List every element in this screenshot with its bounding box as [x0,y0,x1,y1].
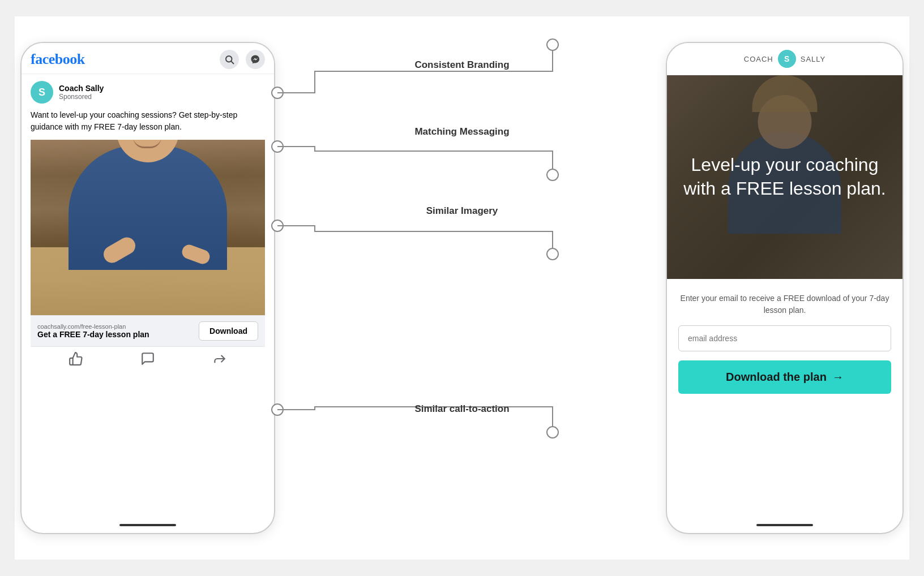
landing-hero-text: Level-up your coaching with a FREE lesso… [667,142,902,212]
svg-point-5 [547,169,558,180]
landing-body: Enter your email to receive a FREE downl… [667,279,902,517]
svg-line-1 [231,61,233,63]
search-icon[interactable] [220,50,239,69]
email-input[interactable] [678,325,891,351]
fb-post-header: S Coach Sally Sponsored [31,81,265,104]
main-container: facebook S [15,16,909,560]
messenger-icon[interactable] [246,50,265,69]
matching-messaging-label: Matching Messaging [414,126,509,137]
facebook-logo: facebook [31,51,85,68]
fb-header: facebook [22,43,274,74]
sponsored-label: Sponsored [59,93,104,101]
svg-point-7 [547,248,558,260]
fb-download-button[interactable]: Download [199,321,258,341]
comment-icon[interactable] [140,351,155,369]
similar-imagery-label: Similar Imagery [426,205,498,217]
consistent-branding-label: Consistent Branding [414,59,509,70]
coach-label: COACH [744,55,773,63]
sally-label: SALLY [801,55,826,63]
fb-post: S Coach Sally Sponsored Want to level-up… [22,74,274,517]
svg-point-3 [547,39,558,50]
coach-avatar: S [31,81,53,104]
fb-header-icons [220,50,265,69]
landing-phone-mockup: COACH S SALLY Level-up your coaching wit… [666,42,904,534]
share-icon[interactable] [212,351,227,369]
poster-name: Coach Sally [59,84,104,93]
landing-subtitle: Enter your email to receive a FREE downl… [678,293,891,316]
fb-cta-bar: coachsally.com/free-lesson-plan Get a FR… [31,315,265,346]
svg-point-9 [547,427,558,438]
home-bar [119,524,176,526]
similar-cta-label: Similar call-to-action [414,403,509,415]
landing-header: COACH S SALLY [667,43,902,75]
fb-post-meta: Coach Sally Sponsored [59,84,104,101]
fb-post-image [31,140,265,315]
fb-post-actions [31,346,265,374]
download-plan-button[interactable]: Download the plan → [678,360,891,394]
middle-labels: Consistent Branding Matching Messaging S… [414,151,509,426]
landing-home-bar [756,524,813,526]
like-icon[interactable] [69,351,83,369]
facebook-phone-mockup: facebook S [20,42,275,534]
landing-home-indicator [667,517,902,533]
fb-cta-headline: Get a FREE 7-day lesson plan [37,330,149,339]
fb-post-text: Want to level-up your coaching sessions?… [31,109,265,133]
fb-home-indicator [22,517,274,533]
fb-cta-left: coachsally.com/free-lesson-plan Get a FR… [37,323,149,339]
fb-url: coachsally.com/free-lesson-plan [37,323,149,330]
landing-hero: Level-up your coaching with a FREE lesso… [667,75,902,279]
landing-avatar: S [778,50,796,68]
